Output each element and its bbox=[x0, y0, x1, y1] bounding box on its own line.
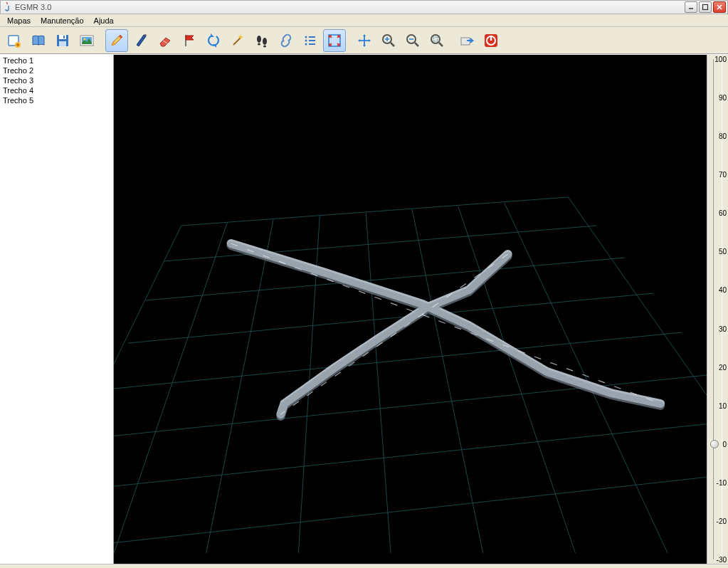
new-map-button[interactable] bbox=[3, 29, 26, 52]
svg-point-13 bbox=[84, 38, 86, 40]
tree-item-trecho-3[interactable]: Trecho 3 bbox=[0, 75, 113, 85]
svg-line-45 bbox=[114, 332, 682, 389]
svg-rect-37 bbox=[461, 38, 470, 45]
z-scale-tick: -20 bbox=[717, 517, 727, 525]
svg-point-34 bbox=[431, 35, 440, 43]
toolbar-separator bbox=[100, 31, 104, 51]
z-scale-tick: 70 bbox=[719, 171, 727, 179]
svg-rect-1 bbox=[703, 5, 708, 10]
z-scale-tick: 10 bbox=[719, 401, 727, 409]
svg-rect-26 bbox=[329, 35, 340, 46]
menu-manutencao[interactable]: Manutenção bbox=[36, 16, 88, 26]
tree-item-trecho-5[interactable]: Trecho 5 bbox=[0, 95, 113, 105]
z-scale-tick: 50 bbox=[719, 248, 727, 256]
menu-mapas[interactable]: Mapas bbox=[3, 16, 35, 26]
image-button[interactable] bbox=[75, 29, 98, 52]
svg-line-47 bbox=[114, 421, 707, 493]
svg-line-46 bbox=[114, 375, 707, 439]
window-controls bbox=[685, 1, 726, 13]
z-scale-tick: -30 bbox=[717, 556, 727, 564]
svg-point-39 bbox=[487, 36, 495, 45]
svg-line-50 bbox=[114, 222, 228, 553]
pencil-button[interactable] bbox=[105, 29, 128, 52]
svg-rect-38 bbox=[485, 34, 497, 47]
menu-ajuda[interactable]: Ajuda bbox=[90, 16, 118, 26]
book-button[interactable] bbox=[27, 29, 50, 52]
z-scale-tick: 30 bbox=[719, 325, 727, 332]
svg-line-57 bbox=[568, 197, 707, 471]
toolbar bbox=[0, 27, 728, 54]
svg-line-15 bbox=[233, 38, 241, 45]
svg-rect-12 bbox=[82, 37, 92, 44]
zoom-region-button[interactable] bbox=[426, 29, 448, 52]
svg-line-30 bbox=[391, 43, 394, 46]
z-scale-panel: 1009080706050403020100-10-20-30 bbox=[707, 55, 728, 564]
svg-rect-7 bbox=[57, 35, 68, 46]
close-button[interactable] bbox=[713, 1, 726, 13]
svg-point-20 bbox=[305, 36, 307, 38]
svg-line-51 bbox=[206, 219, 274, 553]
title-bar: EGMR 3.0 bbox=[0, 0, 728, 14]
svg-rect-10 bbox=[63, 36, 65, 38]
svg-rect-36 bbox=[433, 37, 438, 41]
svg-line-53 bbox=[366, 213, 391, 553]
svg-line-41 bbox=[181, 197, 569, 226]
z-scale-tick: 40 bbox=[719, 286, 727, 294]
svg-point-29 bbox=[383, 35, 391, 43]
svg-point-5 bbox=[15, 42, 21, 48]
svg-rect-11 bbox=[80, 36, 93, 46]
svg-rect-9 bbox=[59, 41, 66, 46]
pen-button[interactable] bbox=[130, 29, 152, 52]
sidebar: Trecho 1 Trecho 2 Trecho 3 Trecho 4 Trec… bbox=[0, 55, 114, 564]
svg-point-17 bbox=[258, 43, 260, 45]
svg-point-19 bbox=[263, 45, 266, 47]
save-button[interactable] bbox=[51, 29, 74, 52]
z-scale-tick: 100 bbox=[714, 56, 727, 63]
svg-point-31 bbox=[407, 35, 416, 43]
list-button[interactable] bbox=[299, 29, 322, 52]
svg-point-22 bbox=[305, 43, 307, 45]
move-button[interactable] bbox=[353, 29, 376, 52]
minimize-button[interactable] bbox=[685, 1, 697, 13]
viewport-3d[interactable] bbox=[114, 55, 707, 564]
viewport-container: 1009080706050403020100-10-20-30 bbox=[114, 55, 728, 564]
tree-item-trecho-1[interactable]: Trecho 1 bbox=[0, 56, 113, 65]
window-title: EGMR 3.0 bbox=[15, 3, 685, 11]
svg-line-48 bbox=[114, 471, 707, 553]
z-scale-tick: 0 bbox=[722, 440, 727, 448]
z-scale-thumb[interactable] bbox=[710, 440, 719, 448]
svg-line-56 bbox=[505, 203, 668, 553]
svg-rect-4 bbox=[9, 36, 19, 46]
toolbar-separator bbox=[450, 31, 454, 51]
status-bar bbox=[0, 564, 728, 568]
refresh-button[interactable] bbox=[202, 29, 225, 52]
wand-button[interactable] bbox=[226, 29, 249, 52]
z-scale-tick: 60 bbox=[719, 209, 727, 217]
export-button[interactable] bbox=[455, 29, 478, 52]
maximize-button[interactable] bbox=[699, 1, 712, 13]
svg-line-49 bbox=[114, 226, 181, 553]
flag-button[interactable] bbox=[178, 29, 201, 52]
footprints-button[interactable] bbox=[250, 29, 273, 52]
svg-line-35 bbox=[439, 43, 443, 46]
java-icon bbox=[2, 2, 12, 12]
zoom-out-button[interactable] bbox=[401, 29, 424, 52]
power-button[interactable] bbox=[480, 29, 502, 52]
svg-rect-8 bbox=[59, 35, 66, 39]
svg-line-54 bbox=[412, 209, 483, 553]
z-scale-tick: 90 bbox=[719, 94, 727, 102]
z-scale-tick: 20 bbox=[719, 363, 727, 371]
svg-point-16 bbox=[257, 36, 261, 43]
svg-line-32 bbox=[415, 43, 418, 46]
main-area: Trecho 1 Trecho 2 Trecho 3 Trecho 4 Trec… bbox=[0, 54, 728, 564]
eraser-button[interactable] bbox=[154, 29, 176, 52]
svg-point-18 bbox=[263, 38, 267, 45]
tree-item-trecho-4[interactable]: Trecho 4 bbox=[0, 85, 113, 95]
toolbar-separator bbox=[347, 31, 352, 51]
z-scale-tick: -10 bbox=[717, 478, 727, 486]
link-button[interactable] bbox=[275, 29, 297, 52]
tree-item-trecho-2[interactable]: Trecho 2 bbox=[0, 65, 113, 75]
fit-button[interactable] bbox=[323, 29, 346, 52]
svg-point-21 bbox=[305, 39, 307, 41]
zoom-in-button[interactable] bbox=[377, 29, 400, 52]
